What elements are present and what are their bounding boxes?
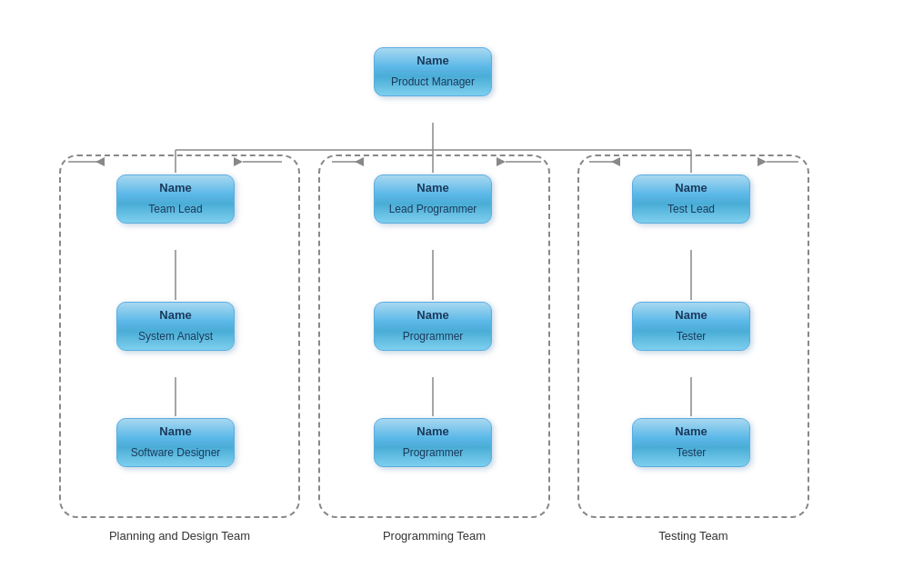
- node-programmer2[interactable]: Name Programmer: [374, 418, 492, 467]
- node-software-designer-role: Software Designer: [125, 446, 226, 459]
- programming-team-label: Programming Team: [318, 529, 550, 543]
- node-software-designer[interactable]: Name Software Designer: [116, 418, 235, 467]
- node-system-analyst-role: System Analyst: [125, 330, 226, 343]
- node-team-lead-role: Team Lead: [125, 203, 226, 215]
- node-test-lead[interactable]: Name Test Lead: [632, 174, 750, 224]
- node-tester2[interactable]: Name Tester: [632, 418, 750, 467]
- node-programmer2-role: Programmer: [382, 446, 484, 459]
- node-lead-programmer[interactable]: Name Lead Programmer: [374, 174, 492, 224]
- node-tester1-name: Name: [640, 308, 742, 326]
- node-test-lead-name: Name: [640, 181, 742, 199]
- node-programmer2-name: Name: [382, 424, 484, 443]
- node-programmer1-name: Name: [382, 308, 484, 326]
- node-team-lead[interactable]: Name Team Lead: [116, 174, 235, 224]
- node-tester1-role: Tester: [640, 330, 742, 343]
- node-software-designer-name: Name: [125, 424, 226, 443]
- node-product-manager[interactable]: Name Product Manager: [374, 47, 492, 96]
- testing-team-label: Testing Team: [577, 529, 809, 543]
- node-test-lead-role: Test Lead: [640, 203, 742, 215]
- node-lead-programmer-name: Name: [382, 181, 484, 199]
- node-team-lead-name: Name: [125, 181, 226, 199]
- node-product-manager-name: Name: [382, 54, 484, 72]
- node-system-analyst[interactable]: Name System Analyst: [116, 302, 235, 351]
- planning-team-label: Planning and Design Team: [59, 529, 300, 543]
- node-programmer1[interactable]: Name Programmer: [374, 302, 492, 351]
- node-product-manager-role: Product Manager: [382, 75, 484, 88]
- node-tester1[interactable]: Name Tester: [632, 302, 750, 351]
- node-tester2-role: Tester: [640, 446, 742, 459]
- node-programmer1-role: Programmer: [382, 330, 484, 343]
- org-chart: Name Product Manager Name Team Lead Name…: [0, 0, 903, 588]
- node-lead-programmer-role: Lead Programmer: [382, 203, 484, 215]
- node-tester2-name: Name: [640, 424, 742, 443]
- node-system-analyst-name: Name: [125, 308, 226, 326]
